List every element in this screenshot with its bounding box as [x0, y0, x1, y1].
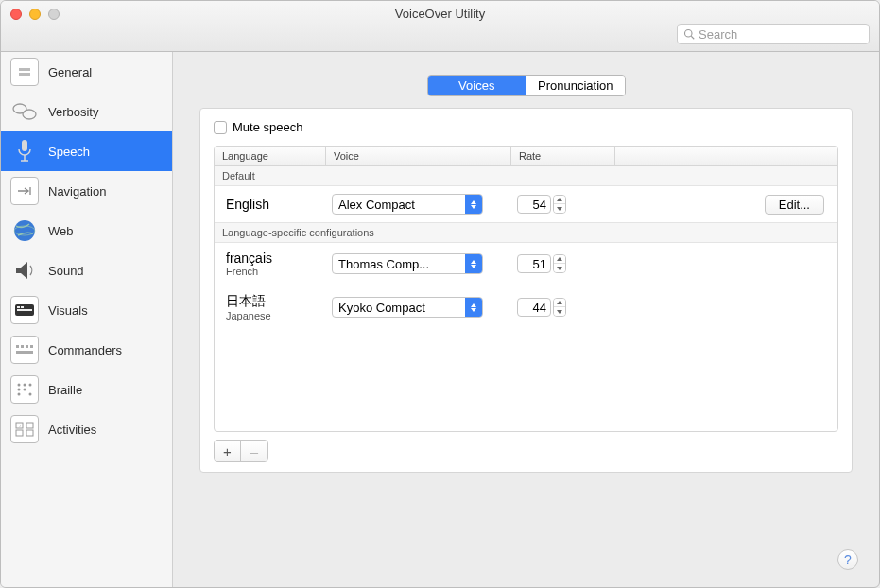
- svg-text:♪: ♪: [19, 424, 21, 428]
- table-actions: + –: [200, 432, 852, 472]
- header-actions: [615, 147, 837, 165]
- sidebar-item-label: Verbosity: [48, 105, 98, 119]
- sidebar-item-braille[interactable]: Braille: [1, 370, 172, 409]
- sidebar-item-label: Web: [48, 224, 74, 238]
- verbosity-icon: [10, 97, 39, 126]
- cell-language: 日本語 Japanese: [220, 293, 332, 321]
- search-field[interactable]: [677, 24, 870, 44]
- svg-rect-14: [17, 306, 20, 308]
- search-input[interactable]: [699, 27, 863, 42]
- svg-rect-31: [16, 430, 23, 436]
- table-row[interactable]: français French Thomas Comp...: [215, 243, 837, 285]
- commanders-icon: [10, 336, 39, 364]
- rate-up-button[interactable]: [554, 299, 565, 307]
- sidebar-item-navigation[interactable]: Navigation: [1, 171, 172, 211]
- sidebar-item-label: Sound: [48, 264, 84, 278]
- svg-point-27: [29, 384, 32, 387]
- tab-voices[interactable]: Voices: [428, 76, 527, 95]
- rate-down-button[interactable]: [554, 307, 565, 316]
- svg-point-0: [685, 30, 693, 38]
- voices-table: Language Voice Rate Default English Alex…: [214, 146, 838, 432]
- svg-rect-20: [30, 345, 33, 348]
- voice-popup[interactable]: Alex Compact: [332, 194, 483, 215]
- header-voice[interactable]: Voice: [326, 147, 511, 165]
- voice-popup[interactable]: Kyoko Compact: [332, 297, 483, 318]
- table-header: Language Voice Rate: [215, 147, 837, 166]
- general-icon: [10, 58, 39, 86]
- sidebar: General Verbosity Speech Navigation Web: [1, 52, 173, 587]
- svg-point-26: [24, 389, 26, 391]
- tab-control: Voices Pronunciation: [427, 75, 626, 96]
- sidebar-item-activities[interactable]: ♪ Activities: [1, 409, 172, 449]
- svg-point-25: [24, 384, 26, 387]
- svg-point-5: [23, 110, 36, 119]
- cell-language: français French: [220, 251, 332, 277]
- sidebar-item-label: Visuals: [48, 303, 88, 318]
- svg-rect-16: [17, 309, 32, 311]
- voice-popup[interactable]: Thomas Comp...: [332, 253, 483, 274]
- rate-up-button[interactable]: [554, 196, 565, 204]
- section-default: Default: [215, 166, 837, 186]
- search-icon: [683, 28, 695, 40]
- navigation-icon: [10, 177, 39, 205]
- rate-input[interactable]: [517, 195, 551, 214]
- svg-rect-6: [22, 140, 27, 151]
- sidebar-item-commanders[interactable]: Commanders: [1, 330, 172, 370]
- rate-input[interactable]: [517, 298, 551, 317]
- web-icon: [10, 216, 39, 245]
- window-title: VoiceOver Utility: [1, 7, 879, 21]
- sidebar-item-label: Navigation: [48, 184, 106, 199]
- sidebar-item-sound[interactable]: Sound: [1, 251, 172, 290]
- mute-speech-label: Mute speech: [233, 120, 302, 134]
- rate-up-button[interactable]: [554, 255, 565, 264]
- sidebar-item-label: General: [48, 65, 92, 79]
- header-rate[interactable]: Rate: [511, 147, 615, 165]
- table-row-default[interactable]: English Alex Compact: [215, 186, 837, 223]
- rate-down-button[interactable]: [554, 264, 565, 272]
- rate-down-button[interactable]: [554, 204, 565, 213]
- table-row[interactable]: 日本語 Japanese Kyoko Compact: [215, 285, 837, 329]
- svg-rect-30: [26, 423, 33, 428]
- mute-speech-row: Mute speech: [200, 120, 852, 134]
- chevron-updown-icon: [465, 298, 482, 317]
- header-language[interactable]: Language: [215, 147, 326, 165]
- svg-point-11: [14, 220, 35, 241]
- sidebar-item-verbosity[interactable]: Verbosity: [1, 92, 172, 131]
- help-button[interactable]: ?: [837, 549, 858, 570]
- sidebar-item-general[interactable]: General: [1, 52, 172, 92]
- section-specific: Language-specific configurations: [215, 223, 837, 243]
- braille-icon: [10, 375, 39, 404]
- edit-button[interactable]: Edit...: [765, 195, 824, 215]
- chevron-updown-icon: [465, 254, 482, 273]
- add-button[interactable]: +: [215, 441, 241, 461]
- speech-icon: [10, 137, 39, 165]
- sidebar-item-label: Activities: [48, 423, 96, 437]
- main-content: Voices Pronunciation Mute speech Languag…: [173, 52, 879, 587]
- remove-button[interactable]: –: [241, 441, 267, 461]
- chevron-updown-icon: [465, 195, 482, 214]
- mute-speech-checkbox[interactable]: [214, 121, 227, 134]
- svg-point-28: [29, 393, 32, 396]
- svg-point-22: [18, 384, 21, 387]
- sidebar-item-speech[interactable]: Speech: [1, 131, 172, 171]
- visuals-icon: [10, 296, 39, 324]
- svg-rect-21: [16, 351, 33, 354]
- add-remove-control: + –: [214, 440, 268, 462]
- voices-panel: Mute speech Language Voice Rate Default …: [199, 108, 853, 473]
- sidebar-item-visuals[interactable]: Visuals: [1, 290, 172, 330]
- cell-language: English: [220, 197, 332, 212]
- sidebar-item-web[interactable]: Web: [1, 211, 172, 251]
- activities-icon: ♪: [10, 415, 39, 443]
- svg-point-23: [18, 389, 21, 391]
- sidebar-item-label: Braille: [48, 383, 82, 397]
- svg-rect-17: [16, 345, 19, 348]
- title-bar: VoiceOver Utility: [1, 1, 879, 52]
- rate-stepper: [517, 254, 566, 273]
- svg-rect-15: [21, 306, 24, 308]
- svg-line-1: [691, 36, 694, 39]
- rate-stepper: [517, 298, 566, 317]
- rate-stepper: [517, 195, 566, 214]
- rate-input[interactable]: [517, 254, 551, 273]
- svg-rect-19: [26, 345, 28, 348]
- tab-pronunciation[interactable]: Pronunciation: [526, 76, 625, 95]
